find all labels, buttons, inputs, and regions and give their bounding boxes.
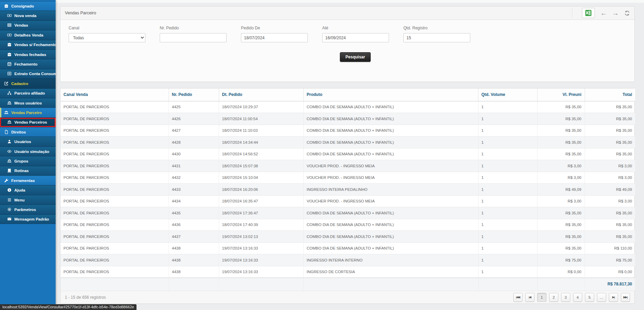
table-row[interactable]: PORTAL DE PARCEIROS443118/07/2024 15:07:… xyxy=(60,160,635,172)
calendar-icon xyxy=(7,62,12,67)
page-1-button[interactable]: 1 xyxy=(537,293,546,302)
column-header-dt-pedido[interactable]: Dt. Pedido xyxy=(219,88,303,101)
nav-back-icon[interactable]: ← xyxy=(600,10,607,16)
prev-page-button[interactable]: |◀ xyxy=(525,293,534,302)
nr-pedido-input[interactable] xyxy=(160,33,227,42)
cell-dt-pedido: 18/07/2024 11:10:03 xyxy=(219,125,303,137)
next-page-button[interactable]: ▶| xyxy=(609,293,618,302)
top-strip xyxy=(56,0,644,3)
cell-dt-pedido: 18/07/2024 17:36:47 xyxy=(219,207,303,219)
cell-qtd-volume: 1 xyxy=(478,219,537,231)
page-5-button[interactable]: 5 xyxy=(585,293,594,302)
table-row[interactable]: PORTAL DE PARCEIROS443819/07/2024 13:16:… xyxy=(60,266,635,278)
table-row[interactable]: PORTAL DE PARCEIROS443318/07/2024 16:20:… xyxy=(60,184,635,196)
sidebar-item-menu[interactable]: Menu xyxy=(0,195,56,205)
sidebar-item-usuario-simulacao[interactable]: Usuário simulação xyxy=(0,146,56,156)
cell-qtd-volume: 1 xyxy=(478,125,537,137)
excel-export-button[interactable] xyxy=(582,8,595,18)
table-row[interactable]: PORTAL DE PARCEIROS443018/07/2024 14:56:… xyxy=(60,148,635,160)
sidebar: ConsignadoNova vendaVendasDetalhes Venda… xyxy=(0,0,56,310)
user-icon xyxy=(7,139,12,144)
last-page-button[interactable]: ▶▶| xyxy=(621,293,630,302)
canal-select[interactable]: Todas xyxy=(69,33,145,42)
sidebar-item-vendas-parceiros[interactable]: Vendas Parceiros xyxy=(0,117,56,127)
sidebar-item-mensagem-padrao[interactable]: Mensagem Padrão xyxy=(0,214,56,224)
table-row[interactable]: PORTAL DE PARCEIROS443518/07/2024 17:36:… xyxy=(60,207,635,219)
sidebar-item-cadastro[interactable]: Cadastro xyxy=(0,79,56,88)
sidebar-item-grupos[interactable]: Grupos xyxy=(0,156,56,166)
sidebar-item-vendas-parceiro[interactable]: Vendas Parceiro xyxy=(0,108,56,117)
ate-input[interactable] xyxy=(322,33,389,42)
sidebar-item-vendas-fechadas[interactable]: Vendas fechadas xyxy=(0,50,56,59)
sidebar-items: ConsignadoNova vendaVendasDetalhes Venda… xyxy=(0,1,56,224)
ate-label: Até xyxy=(322,26,389,30)
sidebar-item-ferramentas[interactable]: Ferramentas xyxy=(0,175,56,185)
column-header-canal-venda[interactable]: Canal Venda xyxy=(60,88,169,101)
column-header-qtd-volume[interactable]: Qtd. Volume xyxy=(478,88,537,101)
sidebar-item-label: Grupos xyxy=(14,159,28,163)
cell-qtd-volume: 1 xyxy=(478,195,537,207)
table-row[interactable]: PORTAL DE PARCEIROS443719/07/2024 13:02:… xyxy=(60,231,635,243)
table-row[interactable]: PORTAL DE PARCEIROS442518/07/2024 10:29:… xyxy=(60,101,635,113)
sidebar-item-ajuda[interactable]: Ajuda xyxy=(0,185,56,195)
sidebar-item-detalhes-venda[interactable]: Detalhes Venda xyxy=(0,30,56,40)
sidebar-item-meus-usuarios[interactable]: Meus usuários xyxy=(0,98,56,108)
column-header-produto[interactable]: Produto xyxy=(303,88,478,101)
cell-canal-venda: PORTAL DE PARCEIROS xyxy=(60,137,169,149)
sidebar-item-extrato-conta-consumo[interactable]: Extrato Conta Consumo xyxy=(0,69,56,79)
first-page-button[interactable]: |◀◀ xyxy=(513,293,523,302)
column-header-vl-preuni[interactable]: Vl. Preuni xyxy=(537,88,585,101)
table-row[interactable]: PORTAL DE PARCEIROS443618/07/2024 17:40:… xyxy=(60,219,635,231)
cell-nr-pedido: 4432 xyxy=(169,172,219,184)
sidebar-item-label: Vendas xyxy=(14,23,28,27)
nav-forward-icon[interactable]: → xyxy=(612,10,619,16)
sidebar-item-vendas-s-fechamento[interactable]: Vendas s/ Fechamento xyxy=(0,40,56,50)
sidebar-item-usuarios[interactable]: Usuários xyxy=(0,137,56,146)
sidebar-item-fechamento[interactable]: Fechamento xyxy=(0,59,56,69)
pagination: |◀◀|◀12345...▶|▶▶| xyxy=(513,293,630,302)
table-total-row: R$ 78.817,30 xyxy=(60,278,635,290)
refresh-icon[interactable] xyxy=(624,10,630,16)
sidebar-item-consignado[interactable]: Consignado xyxy=(0,1,56,11)
sidebar-item-vendas[interactable]: Vendas xyxy=(0,20,56,30)
table-row[interactable]: PORTAL DE PARCEIROS443819/07/2024 13:16:… xyxy=(60,254,635,266)
cell-vl-preuni: R$ 3,00 xyxy=(537,160,585,172)
table-row[interactable]: PORTAL DE PARCEIROS442718/07/2024 11:10:… xyxy=(60,125,635,137)
page-4-button[interactable]: 4 xyxy=(573,293,582,302)
sidebar-item-parceiro-afiliado[interactable]: Parceiro afiliado xyxy=(0,88,56,98)
users-icon xyxy=(7,120,12,125)
sidebar-item-direitos[interactable]: Direitos xyxy=(0,127,56,137)
cell-qtd-volume: 1 xyxy=(478,160,537,172)
cell-produto: COMBO DIA DE SEMANA (ADULTO + INFANTIL) xyxy=(303,148,478,160)
table-row[interactable]: PORTAL DE PARCEIROS442618/07/2024 11:00:… xyxy=(60,113,635,125)
more-pages-button[interactable]: ... xyxy=(597,293,606,302)
cell-qtd-volume: 1 xyxy=(478,148,537,160)
table-row[interactable]: PORTAL DE PARCEIROS442818/07/2024 14:34:… xyxy=(60,137,635,149)
sidebar-item-nova-venda[interactable]: Nova venda xyxy=(0,11,56,20)
pedido-de-label: Pedido De xyxy=(241,26,308,30)
cell-dt-pedido: 18/07/2024 11:00:54 xyxy=(219,113,303,125)
table-row[interactable]: PORTAL DE PARCEIROS443418/07/2024 16:35:… xyxy=(60,195,635,207)
status-bar-url: localhost:5392/VendaView/Consultar#25770… xyxy=(0,304,137,310)
sidebar-item-parametros[interactable]: Parâmetros xyxy=(0,205,56,214)
page-2-button[interactable]: 2 xyxy=(549,293,558,302)
table-row[interactable]: PORTAL DE PARCEIROS443819/07/2024 13:16:… xyxy=(60,242,635,254)
sidebar-item-label: Ajuda xyxy=(14,188,25,192)
column-header-total[interactable]: Total xyxy=(585,88,635,101)
sidebar-item-label: Direitos xyxy=(11,130,26,134)
search-button[interactable]: Pesquisar xyxy=(340,52,370,62)
page-3-button[interactable]: 3 xyxy=(561,293,570,302)
cell-dt-pedido: 18/07/2024 15:07:38 xyxy=(219,160,303,172)
cell-vl-preuni: R$ 35,00 xyxy=(537,219,585,231)
pedido-de-input[interactable] xyxy=(241,33,308,42)
table-header-row: Canal VendaNr. PedidoDt. PedidoProdutoQt… xyxy=(60,88,635,101)
qtd-registro-input[interactable] xyxy=(403,33,470,42)
cell-vl-preuni: R$ 0,00 xyxy=(537,266,585,278)
cell-qtd-volume: 1 xyxy=(478,101,537,113)
sidebar-item-rotinas[interactable]: Rotinas xyxy=(0,166,56,175)
table-row[interactable]: PORTAL DE PARCEIROS443218/07/2024 15:10:… xyxy=(60,172,635,184)
column-header-nr-pedido[interactable]: Nr. Pedido xyxy=(169,88,219,101)
cell-dt-pedido: 19/07/2024 13:16:33 xyxy=(219,254,303,266)
filter-panel: Vendas Parceiro ← → Canal xyxy=(60,6,635,82)
cell-vl-preuni: R$ 35,00 xyxy=(537,148,585,160)
